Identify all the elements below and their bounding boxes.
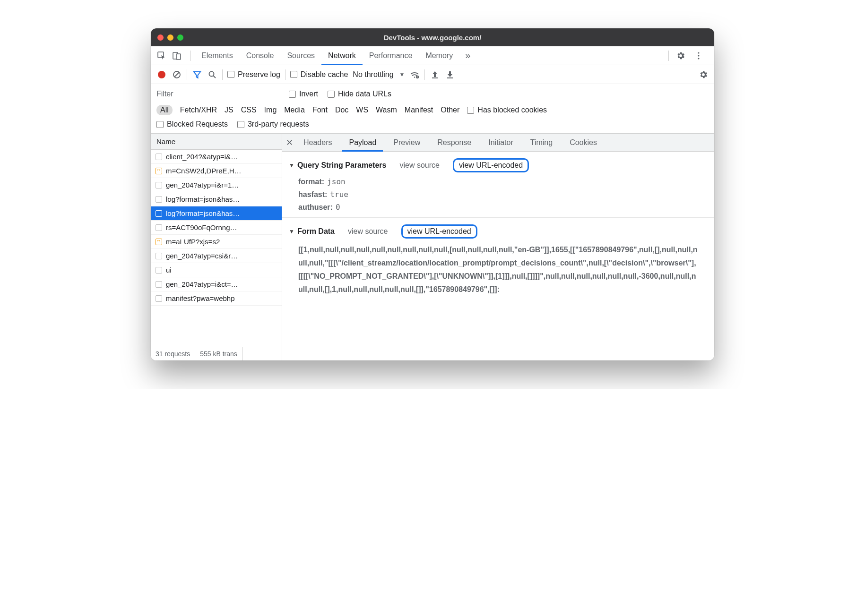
filter-type-all[interactable]: All	[156, 105, 173, 115]
content-area: Name client_204?&atyp=i&…m=CnSW2d,DPreE,…	[151, 134, 714, 360]
qsp-key: hasfast:	[298, 190, 327, 198]
svg-point-10	[414, 77, 415, 77]
qsp-key: authuser:	[298, 203, 333, 211]
filter-type-font[interactable]: Font	[312, 106, 328, 114]
blocked-requests-checkbox[interactable]: Blocked Requests	[156, 120, 228, 128]
qsp-title: Query String Parameters	[297, 161, 387, 170]
request-row[interactable]: gen_204?atyp=i&ct=…	[151, 277, 282, 291]
has-blocked-cookies-checkbox[interactable]: Has blocked cookies	[467, 106, 547, 114]
tab-elements[interactable]: Elements	[195, 46, 240, 65]
third-party-checkbox[interactable]: 3rd-party requests	[237, 120, 309, 128]
close-window-button[interactable]	[157, 34, 164, 41]
detail-tab-payload[interactable]: Payload	[342, 134, 383, 152]
detail-tabs: ✕ Headers Payload Preview Response Initi…	[282, 134, 714, 152]
detail-tab-preview[interactable]: Preview	[387, 134, 427, 151]
status-bar: 31 requests 555 kB trans	[151, 347, 282, 360]
filter-type-js[interactable]: JS	[225, 106, 234, 114]
clear-button[interactable]	[172, 69, 182, 80]
filter-type-media[interactable]: Media	[284, 106, 305, 114]
invert-checkbox[interactable]: Invert	[289, 90, 318, 98]
formdata-view-source-link[interactable]: view source	[348, 227, 388, 236]
filter-type-wasm[interactable]: Wasm	[376, 106, 397, 114]
detail-tab-initiator[interactable]: Initiator	[482, 134, 519, 151]
formdata-section-header[interactable]: ▼Form Data view source view URL-encoded	[282, 222, 714, 241]
qsp-view-urlencoded-link[interactable]: view URL-encoded	[453, 158, 529, 172]
tab-console[interactable]: Console	[240, 46, 281, 65]
filter-type-img[interactable]: Img	[264, 106, 277, 114]
filter-type-doc[interactable]: Doc	[335, 106, 348, 114]
svg-line-7	[174, 72, 179, 77]
tab-sources[interactable]: Sources	[280, 46, 321, 65]
separator	[285, 69, 285, 80]
request-name: client_204?&atyp=i&…	[166, 153, 238, 161]
qsp-section-header[interactable]: ▼Query String Parameters view source vie…	[282, 155, 714, 175]
detail-tab-headers[interactable]: Headers	[297, 134, 338, 151]
inspect-element-icon[interactable]	[156, 51, 167, 61]
svg-rect-2	[176, 54, 181, 60]
qsp-view-source-link[interactable]: view source	[399, 161, 439, 170]
filter-bar: Invert Hide data URLs All Fetch/XHR JS C…	[151, 84, 714, 134]
request-type-icon	[156, 253, 162, 259]
request-row[interactable]: gen_204?atyp=i&r=1…	[151, 178, 282, 192]
detail-body: ▼Query String Parameters view source vie…	[282, 152, 714, 360]
svg-rect-13	[447, 77, 453, 78]
zoom-window-button[interactable]	[177, 34, 183, 41]
request-name: gen_204?atyp=i&ct=…	[166, 280, 238, 288]
formdata-view-urlencoded-link[interactable]: view URL-encoded	[401, 224, 477, 239]
window-title: DevTools - www.google.com/	[151, 34, 714, 42]
chevron-down-icon: ▼	[399, 71, 405, 78]
request-row[interactable]: rs=ACT90oFqOrnng…	[151, 221, 282, 235]
devtools-window: DevTools - www.google.com/ Elements Cons…	[151, 28, 714, 360]
request-row[interactable]: client_204?&atyp=i&…	[151, 150, 282, 164]
request-row[interactable]: manifest?pwa=webhp	[151, 291, 282, 306]
qsp-value: json	[327, 177, 346, 186]
request-row[interactable]: log?format=json&has…	[151, 192, 282, 206]
separator	[668, 51, 669, 61]
hide-data-urls-checkbox[interactable]: Hide data URLs	[328, 90, 391, 98]
search-icon[interactable]	[207, 69, 217, 80]
qsp-param: format:json	[282, 175, 714, 188]
network-conditions-icon[interactable]	[409, 69, 420, 80]
filter-type-fetch[interactable]: Fetch/XHR	[180, 106, 217, 114]
tab-memory[interactable]: Memory	[419, 46, 459, 65]
detail-tab-cookies[interactable]: Cookies	[563, 134, 604, 151]
request-type-icon	[156, 210, 162, 217]
detail-tab-timing[interactable]: Timing	[524, 134, 559, 151]
filter-type-css[interactable]: CSS	[241, 106, 257, 114]
request-row[interactable]: ui	[151, 263, 282, 277]
filter-icon[interactable]	[192, 69, 202, 80]
device-toolbar-icon[interactable]	[172, 51, 182, 61]
download-har-icon[interactable]	[445, 69, 455, 80]
request-type-icon	[156, 295, 162, 302]
filter-type-ws[interactable]: WS	[356, 106, 368, 114]
upload-har-icon[interactable]	[430, 69, 440, 80]
request-list-pane: Name client_204?&atyp=i&…m=CnSW2d,DPreE,…	[151, 134, 282, 360]
filter-input[interactable]	[156, 88, 279, 100]
kebab-menu-icon[interactable]	[693, 51, 704, 61]
disable-cache-checkbox[interactable]: Disable cache	[290, 70, 348, 79]
request-type-icon	[156, 154, 162, 160]
request-row[interactable]: m=CnSW2d,DPreE,H…	[151, 164, 282, 178]
tab-network[interactable]: Network	[321, 47, 363, 65]
settings-icon[interactable]	[675, 51, 686, 61]
filter-type-other[interactable]: Other	[441, 106, 459, 114]
close-detail-button[interactable]: ✕	[286, 137, 293, 148]
record-button[interactable]	[156, 69, 167, 80]
more-tabs-button[interactable]: »	[459, 50, 476, 61]
throttling-select[interactable]: No throttling ▼	[353, 70, 405, 79]
request-name: log?format=json&has…	[166, 209, 240, 217]
preserve-log-checkbox[interactable]: Preserve log	[227, 70, 280, 79]
name-column-header[interactable]: Name	[151, 134, 282, 150]
filter-type-manifest[interactable]: Manifest	[405, 106, 433, 114]
minimize-window-button[interactable]	[167, 34, 173, 41]
request-name: ui	[166, 266, 172, 274]
request-row[interactable]: log?format=json&has…	[151, 206, 282, 221]
tab-performance[interactable]: Performance	[363, 46, 419, 65]
network-settings-icon[interactable]	[698, 69, 709, 80]
request-name: manifest?pwa=webhp	[166, 294, 235, 302]
request-row[interactable]: m=aLUfP?xjs=s2	[151, 235, 282, 249]
caret-down-icon: ▼	[289, 162, 294, 169]
request-row[interactable]: gen_204?atyp=csi&r…	[151, 249, 282, 263]
titlebar: DevTools - www.google.com/	[151, 28, 714, 46]
detail-tab-response[interactable]: Response	[431, 134, 478, 151]
